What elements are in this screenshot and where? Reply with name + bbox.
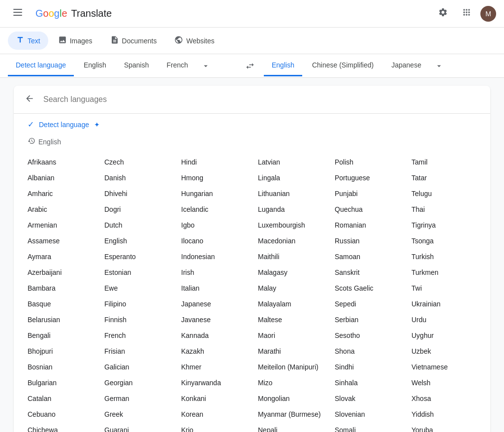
language-item[interactable]: Greek [98,406,175,422]
language-item[interactable]: Lingala [252,170,329,186]
language-item[interactable]: Bosnian [22,359,98,375]
language-item[interactable]: Malay [252,280,329,296]
language-item[interactable]: Basque [22,296,98,312]
language-item[interactable]: Maltese [252,312,329,328]
language-item[interactable]: Ukrainian [406,296,482,312]
language-item[interactable]: Portuguese [329,170,406,186]
language-item[interactable]: Malayalam [252,296,329,312]
language-item[interactable]: Marathi [252,343,329,359]
language-item[interactable]: Armenian [22,217,98,233]
language-item[interactable]: Kinyarwanda [175,375,252,391]
language-item[interactable]: Danish [98,170,175,186]
language-item[interactable]: Luganda [252,201,329,217]
language-item[interactable]: Estonian [98,265,175,280]
language-item[interactable]: Javanese [175,312,252,328]
language-item[interactable]: Macedonian [252,233,329,249]
language-item[interactable]: Shona [329,343,406,359]
language-item[interactable]: Uyghur [406,328,482,343]
language-item[interactable]: Uzbek [406,343,482,359]
source-spanish-tab[interactable]: Spanish [116,55,157,76]
language-item[interactable]: Kazakh [175,343,252,359]
language-item[interactable]: Japanese [175,296,252,312]
language-item[interactable]: Assamese [22,233,98,249]
language-item[interactable]: Sepedi [329,296,406,312]
language-item[interactable]: Somali [329,422,406,432]
language-item[interactable]: Romanian [329,217,406,233]
language-item[interactable]: Kannada [175,328,252,343]
language-item[interactable]: Frisian [98,343,175,359]
language-item[interactable]: Latvian [252,154,329,170]
language-item[interactable]: Vietnamese [406,359,482,375]
language-item[interactable]: Filipino [98,296,175,312]
language-item[interactable]: Maori [252,328,329,343]
target-english-tab[interactable]: English [264,55,302,76]
language-item[interactable]: Belarusian [22,312,98,328]
language-item[interactable]: Bambara [22,280,98,296]
target-japanese-tab[interactable]: Japanese [383,55,429,76]
language-item[interactable]: Meiteilon (Manipuri) [252,359,329,375]
language-item[interactable]: Sinhala [329,375,406,391]
source-detect-tab[interactable]: Detect language [8,55,74,76]
language-item[interactable]: Catalan [22,391,98,406]
language-item[interactable]: Korean [175,406,252,422]
language-item[interactable]: Myanmar (Burmese) [252,406,329,422]
language-item[interactable]: Galician [98,359,175,375]
language-item[interactable]: Sindhi [329,359,406,375]
settings-button[interactable] [433,4,453,24]
language-item[interactable]: Hmong [175,170,252,186]
language-item[interactable]: Tatar [406,170,482,186]
language-item[interactable]: Icelandic [175,201,252,217]
language-item[interactable]: Polish [329,154,406,170]
source-french-tab[interactable]: French [158,55,196,76]
language-item[interactable]: Amharic [22,186,98,201]
language-item[interactable]: English [98,233,175,249]
language-item[interactable]: Tamil [406,154,482,170]
language-item[interactable]: Georgian [98,375,175,391]
language-item[interactable]: French [98,328,175,343]
language-item[interactable]: Mizo [252,375,329,391]
language-item[interactable]: Xhosa [406,391,482,406]
language-item[interactable]: Scots Gaelic [329,280,406,296]
back-button[interactable] [22,92,37,107]
language-item[interactable]: Quechua [329,201,406,217]
language-item[interactable]: Tsonga [406,233,482,249]
language-item[interactable]: Czech [98,154,175,170]
language-item[interactable]: Chichewa [22,422,98,432]
language-item[interactable]: Bulgarian [22,375,98,391]
language-item[interactable]: Krio [175,422,252,432]
language-item[interactable]: Punjabi [329,186,406,201]
language-item[interactable]: Slovak [329,391,406,406]
language-item[interactable]: Turkish [406,249,482,265]
language-item[interactable]: Malagasy [252,265,329,280]
language-item[interactable]: Arabic [22,201,98,217]
target-expand-button[interactable] [431,58,447,74]
language-item[interactable]: Ewe [98,280,175,296]
menu-button[interactable] [8,4,28,24]
language-item[interactable]: Nepali [252,422,329,432]
language-item[interactable]: Sanskrit [329,265,406,280]
tab-text[interactable]: Text [8,32,48,50]
language-item[interactable]: Dogri [98,201,175,217]
language-item[interactable]: Luxembourgish [252,217,329,233]
language-search-input[interactable] [43,95,482,104]
language-item[interactable]: Urdu [406,312,482,328]
language-item[interactable]: German [98,391,175,406]
swap-languages-button[interactable] [240,56,260,76]
language-item[interactable]: Indonesian [175,249,252,265]
language-item[interactable]: Tigrinya [406,217,482,233]
target-chinese-tab[interactable]: Chinese (Simplified) [304,55,381,76]
apps-button[interactable] [457,4,476,24]
language-item[interactable]: Slovenian [329,406,406,422]
language-item[interactable]: Azerbaijani [22,265,98,280]
language-item[interactable]: Khmer [175,359,252,375]
language-item[interactable]: Bengali [22,328,98,343]
language-item[interactable]: Welsh [406,375,482,391]
language-item[interactable]: Serbian [329,312,406,328]
language-item[interactable]: Telugu [406,186,482,201]
language-item[interactable]: Italian [175,280,252,296]
tab-websites[interactable]: Websites [166,32,222,50]
detect-language-item[interactable]: ✓ Detect language ✦ [22,116,482,133]
tab-images[interactable]: Images [50,32,100,50]
language-item[interactable]: Mongolian [252,391,329,406]
language-item[interactable]: Sesotho [329,328,406,343]
